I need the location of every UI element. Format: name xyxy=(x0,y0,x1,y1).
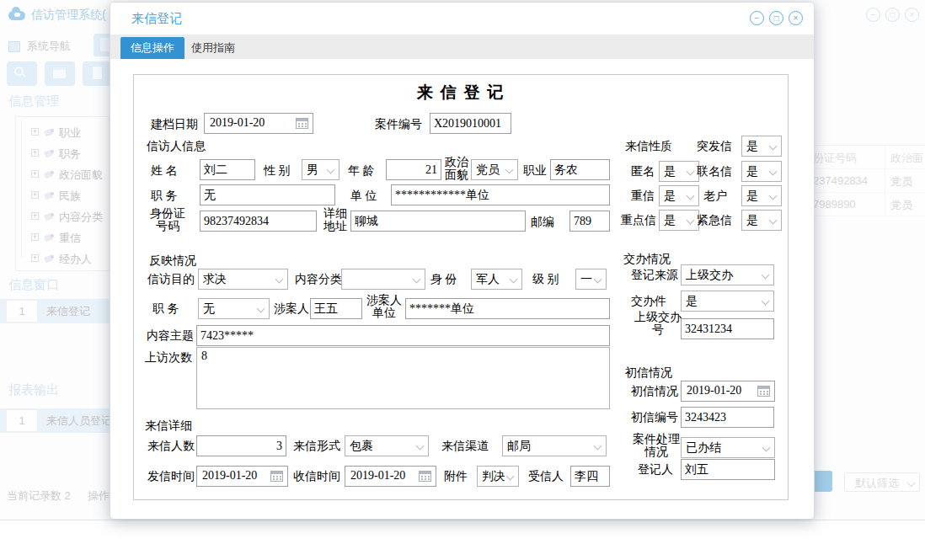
category-select[interactable] xyxy=(341,269,425,290)
duty-input[interactable] xyxy=(200,184,335,205)
sender-count-input[interactable] xyxy=(196,435,286,456)
app-title: 信访管理系统( xyxy=(31,8,106,23)
age-label: 年 龄 xyxy=(348,163,375,179)
address-input[interactable] xyxy=(350,211,526,232)
chevron-down-icon xyxy=(687,168,695,176)
section-first-letter: 初信情况 xyxy=(625,365,672,381)
tab-user-guide[interactable]: 使用指南 xyxy=(191,37,235,59)
file-date-input[interactable]: 2019-01-20 xyxy=(204,113,313,134)
identity-select[interactable]: 军人 xyxy=(471,269,522,290)
partial-blue-button[interactable] xyxy=(812,471,832,492)
report-row[interactable]: 1 来信人员登记 xyxy=(0,408,110,433)
info-window-row[interactable]: 1 来信登记 xyxy=(0,299,110,323)
search-button[interactable] xyxy=(7,61,37,86)
table-row[interactable]: 7989890 党员 xyxy=(810,193,925,216)
calendar-icon[interactable] xyxy=(757,386,770,397)
tree-item-handler[interactable]: +经办人 xyxy=(16,248,109,269)
col-id-number: 份证号码 xyxy=(813,151,857,166)
case-no-input[interactable] xyxy=(430,113,511,134)
age-input[interactable] xyxy=(386,159,441,180)
visit-count-textarea[interactable]: 8 xyxy=(196,347,610,409)
receiver-input[interactable] xyxy=(570,466,610,487)
row-label: 来信人员登记 xyxy=(46,408,112,433)
tab-info-operation[interactable]: 信息操作 xyxy=(120,37,184,59)
reg-source-select[interactable]: 上级交办 xyxy=(681,264,774,285)
expand-icon[interactable]: + xyxy=(31,191,39,199)
expand-icon[interactable]: + xyxy=(31,128,39,136)
politics-select[interactable]: 党员 xyxy=(471,159,518,180)
chevron-down-icon xyxy=(257,305,265,313)
anonymous-select[interactable]: 是 xyxy=(659,161,699,182)
urgent-select[interactable]: 是 xyxy=(741,210,782,231)
assigned-select[interactable]: 是 xyxy=(681,291,774,312)
default-filter-select[interactable]: 默认筛选 xyxy=(844,472,920,492)
calendar-icon[interactable] xyxy=(270,471,283,482)
section-reflect: 反映情况 xyxy=(149,253,196,269)
first-date-input[interactable]: 2019-01-20 xyxy=(681,381,775,402)
old-user-label: 老户 xyxy=(703,189,727,204)
expand-icon[interactable]: + xyxy=(31,233,39,241)
purpose-select[interactable]: 求决 xyxy=(198,269,288,290)
subject-input[interactable] xyxy=(196,325,610,346)
restore-icon[interactable]: □ xyxy=(769,11,783,25)
chevron-down-icon xyxy=(762,297,770,306)
close-icon[interactable]: × xyxy=(905,8,919,22)
expand-icon[interactable]: + xyxy=(31,254,39,262)
calendar-icon[interactable] xyxy=(296,118,308,129)
tree-item-ethnic[interactable]: +民族 xyxy=(16,185,109,206)
expand-icon[interactable]: + xyxy=(31,149,39,157)
occupation-label: 职业 xyxy=(523,163,547,179)
recv-date-input[interactable]: 2019-01-20 xyxy=(345,466,436,487)
tree-item-occupation[interactable]: +职业 xyxy=(16,122,109,143)
involved-unit-input[interactable] xyxy=(405,298,610,319)
system-nav-label: 系统导航 xyxy=(27,39,71,54)
old-user-select[interactable]: 是 xyxy=(741,185,782,206)
restore-icon[interactable]: □ xyxy=(885,8,900,22)
minimize-icon[interactable]: − xyxy=(750,11,764,25)
table-row[interactable]: 237492834 党员 xyxy=(810,169,925,193)
name-label: 姓 名 xyxy=(151,163,178,179)
registrar-input[interactable] xyxy=(681,459,775,480)
first-no-input[interactable] xyxy=(681,407,774,428)
gender-label: 性 别 xyxy=(264,163,291,179)
channel-select[interactable]: 邮局 xyxy=(502,435,607,456)
send-date-input[interactable]: 2019-01-20 xyxy=(196,466,288,487)
tree-item-duty[interactable]: +职务 xyxy=(16,143,109,164)
expand-icon[interactable]: + xyxy=(31,170,39,178)
minimize-icon[interactable]: − xyxy=(866,8,880,22)
id-card-input[interactable] xyxy=(200,211,317,232)
chevron-down-icon xyxy=(327,166,335,174)
attachment-select[interactable]: 判决书 xyxy=(477,466,519,487)
letter-form-select[interactable]: 包裹 xyxy=(345,435,429,456)
registration-form: 来 信 登 记 建档日期 2019-01-20 案件编号 信访人信息 姓 名 性… xyxy=(133,74,789,500)
calendar-icon[interactable] xyxy=(419,471,431,482)
checkbox-icon xyxy=(8,41,20,52)
level-select[interactable]: 一般 xyxy=(575,269,607,290)
superior-no-input[interactable] xyxy=(681,318,774,339)
sudden-select[interactable]: 是 xyxy=(741,136,782,157)
case-status-select[interactable]: 已办结 xyxy=(681,437,775,458)
duty2-select[interactable]: 无 xyxy=(198,298,270,319)
joint-select[interactable]: 是 xyxy=(741,161,782,182)
repeat-select[interactable]: 是 xyxy=(659,185,699,206)
zip-input[interactable] xyxy=(569,211,610,232)
tree-item-category[interactable]: +内容分类 xyxy=(16,206,109,227)
print-button[interactable] xyxy=(45,61,75,86)
close-icon[interactable]: × xyxy=(789,11,803,25)
tree-item-politics[interactable]: +政治面貌 xyxy=(16,164,109,185)
system-nav-tab[interactable]: 系统导航 xyxy=(8,39,71,54)
letter-registration-dialog: 来信登记 − □ × 信息操作 使用指南 来 信 登 记 建档日期 2019-0… xyxy=(110,2,815,520)
expand-icon[interactable]: + xyxy=(31,212,39,220)
document-button[interactable] xyxy=(83,61,113,86)
unit-input[interactable] xyxy=(391,184,610,205)
involved-input[interactable] xyxy=(310,298,362,319)
zip-label: 邮编 xyxy=(531,215,554,230)
key-letter-select[interactable]: 是 xyxy=(659,210,699,231)
name-input[interactable] xyxy=(200,159,255,180)
gender-select[interactable]: 男 xyxy=(302,159,340,180)
section-info-window: 信息窗口 xyxy=(8,277,59,293)
tree-item-repeat[interactable]: +重信 xyxy=(16,227,109,248)
dialog-title: 来信登记 xyxy=(131,11,182,27)
occupation-input[interactable] xyxy=(550,159,610,180)
case-status-label: 案件处理情况 xyxy=(632,434,681,458)
